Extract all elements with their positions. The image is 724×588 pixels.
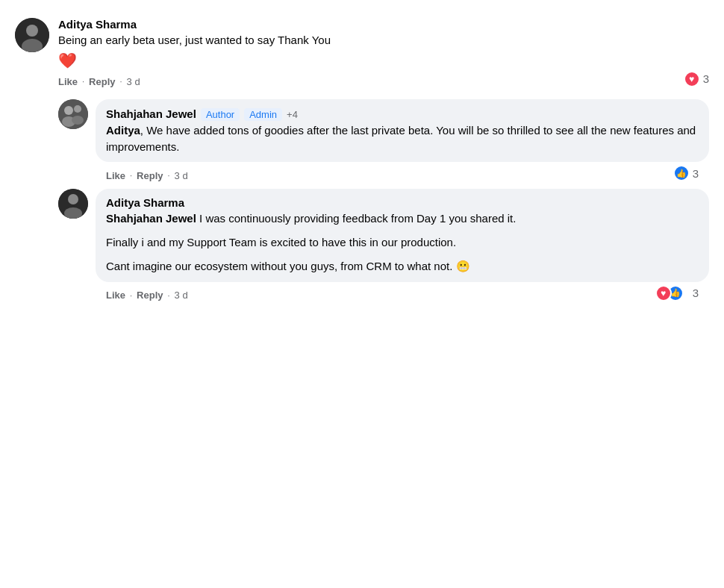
comment-body: Aditya Sharma Being an early beta user, … <box>58 18 709 87</box>
reply-bubble: Shahjahan Jewel Author Admin +4 Aditya, … <box>96 99 709 163</box>
like-button[interactable]: Like <box>106 290 125 301</box>
reply-text-part3: Cant imagine our ecosystem without you g… <box>106 260 470 272</box>
reply-actions: Like · Reply · 3 d <box>106 290 188 301</box>
reply-button[interactable]: Reply <box>137 170 163 181</box>
reaction-badge: ♥ 👍 3 <box>655 285 699 301</box>
admin-tag: Admin <box>244 108 282 121</box>
reply-time: 3 d <box>175 290 188 301</box>
reply-content: Shahjahan Jewel Author Admin +4 Aditya, … <box>106 107 699 155</box>
reply-text-3: Cant imagine our ecosystem without you g… <box>106 258 699 275</box>
reply-text-2: Finally i and my Support Team is excited… <box>106 234 699 251</box>
svg-point-4 <box>64 106 73 115</box>
reply-author: Shahjahan Jewel <box>106 107 196 120</box>
svg-point-6 <box>74 105 81 113</box>
comment-time: 3 d <box>127 76 140 87</box>
reaction-badge: ♥ 3 <box>684 71 709 87</box>
svg-point-7 <box>72 116 84 125</box>
reply-text-body: , We have added tons of goodies after th… <box>106 124 696 153</box>
reply-text-1: Shahjahan Jewel I was continuously provi… <box>106 210 699 227</box>
reply-item: Aditya Sharma Shahjahan Jewel I was cont… <box>58 189 709 301</box>
reply-time: 3 d <box>175 170 188 181</box>
comment-emoji: ❤️ <box>58 50 684 72</box>
stacked-reactions: ♥ 👍 <box>655 285 684 301</box>
reaction-count: 3 <box>703 72 709 85</box>
reply-actions: Like · Reply · 3 d <box>106 170 188 181</box>
separator: · <box>130 171 132 180</box>
mention: Shahjahan Jewel <box>106 212 196 225</box>
reply-text-part1: I was continuously providing feedback fr… <box>196 212 517 225</box>
replies-container: Shahjahan Jewel Author Admin +4 Aditya, … <box>58 99 709 301</box>
tags-row: Author Admin +4 <box>201 108 298 121</box>
reaction-count: 3 <box>693 287 699 299</box>
author-tag: Author <box>201 108 240 121</box>
comment-text: Being an early beta user, just wanted to… <box>58 32 684 72</box>
separator: · <box>130 291 132 300</box>
extra-tags: +4 <box>287 109 298 120</box>
separator: · <box>82 77 84 86</box>
reply-bubble: Aditya Sharma Shahjahan Jewel I was cont… <box>96 189 709 281</box>
reply-item: Shahjahan Jewel Author Admin +4 Aditya, … <box>58 99 709 182</box>
avatar <box>15 18 49 52</box>
reply-content: Aditya Sharma Shahjahan Jewel I was cont… <box>106 196 699 274</box>
top-level-comment: Aditya Sharma Being an early beta user, … <box>15 18 709 87</box>
reaction-count: 3 <box>693 167 699 180</box>
separator: · <box>167 291 169 300</box>
reply-button[interactable]: Reply <box>137 290 163 301</box>
reply-button[interactable]: Reply <box>89 76 115 87</box>
like-button[interactable]: Like <box>58 76 78 87</box>
comment-actions: Like · Reply · 3 d <box>58 76 684 87</box>
reply-author: Aditya Sharma <box>106 196 699 209</box>
avatar <box>58 189 88 219</box>
separator: · <box>119 77 122 86</box>
reply-text-part2: Finally i and my Support Team is excited… <box>106 236 456 248</box>
comment-text-main: Being an early beta user, just wanted to… <box>58 34 331 46</box>
comment-author: Aditya Sharma <box>58 18 684 31</box>
mention: Aditya <box>106 124 140 137</box>
comment-thread: Aditya Sharma Being an early beta user, … <box>15 18 709 301</box>
separator: · <box>167 171 169 180</box>
reaction-badge: 👍 3 <box>673 165 699 181</box>
like-reaction-icon: 👍 <box>673 165 690 181</box>
heart-reaction-icon: ♥ <box>655 285 672 301</box>
svg-point-1 <box>26 25 38 37</box>
like-button[interactable]: Like <box>106 170 125 181</box>
svg-point-9 <box>68 194 78 204</box>
avatar <box>58 99 88 129</box>
heart-reaction-icon: ♥ <box>684 71 700 87</box>
reply-text: Aditya, We have added tons of goodies af… <box>106 122 699 155</box>
